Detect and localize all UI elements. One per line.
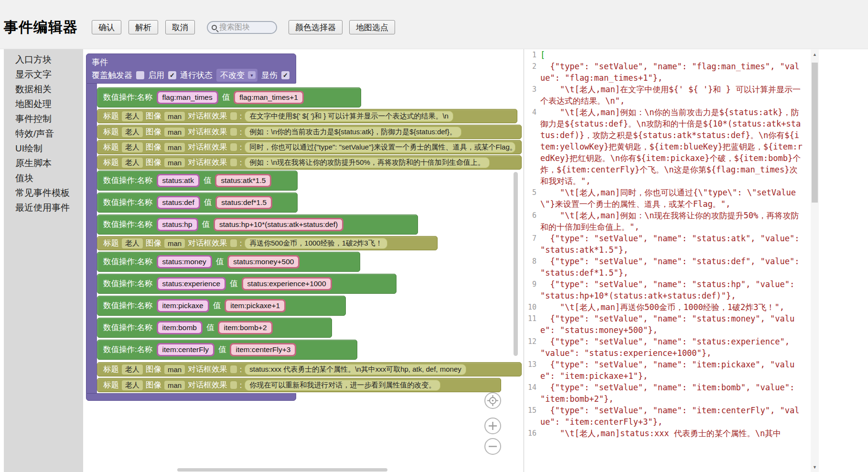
color-picker-button[interactable]: 颜色选择器 xyxy=(289,20,343,34)
event-block-spine[interactable] xyxy=(86,84,97,393)
name-field[interactable]: item:pickaxe xyxy=(157,299,209,312)
value-field[interactable]: status:def*1.5 xyxy=(215,196,272,209)
value-field[interactable]: item:centerFly+3 xyxy=(230,343,296,356)
sidebar-item-1[interactable]: 显示文字 xyxy=(4,67,83,82)
code-line-text[interactable]: [ xyxy=(540,49,811,61)
pass-state-dropdown[interactable]: 不改变 ▾ xyxy=(216,69,257,82)
speaker-field[interactable]: 老人 xyxy=(122,142,143,152)
image-field[interactable]: man xyxy=(164,239,185,248)
sidebar-item-10[interactable]: 最近使用事件 xyxy=(4,200,83,215)
code-line-text[interactable]: {"type": "setValue", "name": "status:exp… xyxy=(540,336,811,359)
block-set-value[interactable]: 数值操作:名称status:def值status:def*1.5 xyxy=(97,193,298,213)
speaker-field[interactable]: 老人 xyxy=(122,380,143,390)
workspace-horizontal-scrollbar[interactable] xyxy=(177,468,387,472)
block-show-text[interactable]: 标题老人图像man对话框效果:例如：\n现在我将让你的攻防提升50%，再将攻防和… xyxy=(97,155,522,170)
code-line-text[interactable]: {"type": "setValue", "name": "status:def… xyxy=(540,256,811,279)
sidebar-item-7[interactable]: 原生脚本 xyxy=(4,156,83,171)
event-block-footer[interactable] xyxy=(86,393,296,401)
dialog-effect-field[interactable] xyxy=(230,239,237,247)
sidebar-item-2[interactable]: 数据相关 xyxy=(4,82,83,97)
image-field[interactable]: man xyxy=(164,143,185,152)
code-line-text[interactable]: "\t[老人,man]在文字中使用${' ${ '}和 } 可以计算并显示一个表… xyxy=(540,84,811,107)
sidebar-item-0[interactable]: 入口方块 xyxy=(4,52,83,67)
sidebar-item-4[interactable]: 事件控制 xyxy=(4,111,83,126)
damage-checkbox[interactable]: ✓ xyxy=(281,71,289,79)
name-field[interactable]: status:money xyxy=(157,255,212,268)
name-field[interactable]: status:experience xyxy=(157,277,226,290)
block-set-value[interactable]: 数值操作:名称item:centerFly值item:centerFly+3 xyxy=(97,340,357,360)
sidebar-item-8[interactable]: 值块 xyxy=(4,171,83,185)
speaker-field[interactable]: 老人 xyxy=(122,238,143,248)
sidebar-item-9[interactable]: 常见事件模板 xyxy=(4,185,83,200)
speaker-field[interactable]: 老人 xyxy=(122,111,143,121)
dialog-effect-field[interactable] xyxy=(230,128,237,136)
name-field[interactable]: status:atk xyxy=(157,174,200,187)
text-field[interactable]: 在文字中使用${' ${ '}和 } 可以计算并显示一个表达式的结果。\n xyxy=(245,111,453,122)
workspace-vertical-scrollbar[interactable] xyxy=(514,172,518,356)
sidebar-item-6[interactable]: UI绘制 xyxy=(4,141,83,156)
text-field[interactable]: 再送你500金币，1000经验，1破2炸3飞！ xyxy=(245,238,387,249)
image-field[interactable]: man xyxy=(164,128,185,137)
block-set-value[interactable]: 数值操作:名称item:pickaxe值item:pickaxe+1 xyxy=(97,296,346,316)
code-line-text[interactable]: {"type": "setValue", "name": "flag:man_t… xyxy=(540,61,811,84)
image-field[interactable]: man xyxy=(164,158,185,167)
enable-checkbox[interactable]: ✓ xyxy=(168,71,176,79)
speaker-field[interactable]: 老人 xyxy=(122,365,143,375)
block-set-value[interactable]: 数值操作:名称status:money值status:money+500 xyxy=(97,252,360,272)
block-set-value[interactable]: 数值操作:名称flag:man_times值flag:man_times+1 xyxy=(97,87,361,107)
search-input[interactable] xyxy=(219,23,269,32)
code-line-text[interactable]: {"type": "setValue", "name": "item:picka… xyxy=(540,359,811,382)
value-field[interactable]: status:hp+10*(status:atk+status:def) xyxy=(214,218,343,231)
dialog-effect-field[interactable] xyxy=(230,365,237,373)
code-line-text[interactable]: {"type": "setValue", "name": "item:bomb"… xyxy=(540,382,811,405)
scroll-down-icon[interactable]: ▼ xyxy=(811,463,819,471)
map-point-button[interactable]: 地图选点 xyxy=(349,20,395,34)
scroll-up-icon[interactable]: ▲ xyxy=(811,51,819,58)
code-line-text[interactable]: "\t[老人,man]例如：\n现在我将让你的攻防提升50%，再将攻防和的十倍加… xyxy=(540,210,811,233)
name-field[interactable]: status:hp xyxy=(157,218,198,231)
code-editor[interactable]: 1[2 {"type": "setValue", "name": "flag:m… xyxy=(524,49,811,472)
zoom-out-icon[interactable] xyxy=(484,438,502,455)
value-field[interactable]: item:pickaxe+1 xyxy=(225,299,286,312)
block-set-value[interactable]: 数值操作:名称status:atk值status:atk*1.5 xyxy=(97,171,298,191)
speaker-field[interactable]: 老人 xyxy=(122,158,143,168)
speaker-field[interactable]: 老人 xyxy=(122,127,143,137)
dialog-effect-field[interactable] xyxy=(230,159,237,166)
block-show-text[interactable]: 标题老人图像man对话框效果:再送你500金币，1000经验，1破2炸3飞！ xyxy=(97,236,438,250)
override-trigger-checkbox[interactable] xyxy=(136,71,144,79)
image-field[interactable]: man xyxy=(164,365,185,374)
blockly-workspace[interactable]: 事件 覆盖触发器 启用 ✓ 通行状态 不改变 ▾ 显伤 ✓ 数值操作:名称fla… xyxy=(83,49,524,472)
dialog-effect-field[interactable] xyxy=(230,143,237,151)
text-field[interactable]: 例如：\n现在我将让你的攻防提升50%，再将攻防和的十倍加到生命值上。 xyxy=(245,157,490,168)
text-field[interactable]: 同时，你也可以通过{"type": "setValue"}来设置一个勇士的属性、… xyxy=(245,142,515,153)
name-field[interactable]: item:bomb xyxy=(157,321,203,334)
name-field[interactable]: flag:man_times xyxy=(157,91,218,104)
code-line-text[interactable]: {"type": "setValue", "name": "status:hp"… xyxy=(540,279,811,301)
name-field[interactable]: item:centerFly xyxy=(157,343,214,356)
block-show-text[interactable]: 标题老人图像man对话框效果:status:xxx 代表勇士的某个属性。\n其中… xyxy=(97,362,522,376)
code-line-text[interactable]: "\t[老人,man]status:xxx 代表勇士的某个属性。\n其中 xyxy=(540,428,811,439)
block-show-text[interactable]: 标题老人图像man对话框效果:在文字中使用${' ${ '}和 } 可以计算并显… xyxy=(97,109,517,123)
block-set-value[interactable]: 数值操作:名称item:bomb值item:bomb+2 xyxy=(97,318,332,338)
block-set-value[interactable]: 数值操作:名称status:hp值status:hp+10*(status:at… xyxy=(97,215,418,235)
zoom-in-icon[interactable] xyxy=(484,417,502,435)
parse-button[interactable]: 解析 xyxy=(129,20,158,34)
value-field[interactable]: flag:man_times+1 xyxy=(234,91,304,104)
name-field[interactable]: status:def xyxy=(157,196,200,209)
value-field[interactable]: item:bomb+2 xyxy=(218,321,272,334)
block-search-box[interactable] xyxy=(207,21,277,34)
dialog-effect-field[interactable] xyxy=(230,381,237,389)
code-line-text[interactable]: {"type": "setValue", "name": "status:mon… xyxy=(540,313,811,336)
code-line-text[interactable]: "\t[老人,man]例如：\n你的当前攻击力是${status:atk}，防御… xyxy=(540,107,811,187)
text-field[interactable]: status:xxx 代表勇士的某个属性。\n其中xxx可取hp, atk, d… xyxy=(245,364,466,375)
value-field[interactable]: status:money+500 xyxy=(227,255,300,268)
value-field[interactable]: status:atk*1.5 xyxy=(215,174,271,187)
image-field[interactable]: man xyxy=(164,381,185,390)
text-field[interactable]: 例如：\n你的当前攻击力是${status:atk}，防御力是${status:… xyxy=(245,127,461,138)
sidebar-item-3[interactable]: 地图处理 xyxy=(4,97,83,111)
block-show-text[interactable]: 标题老人图像man对话框效果:同时，你也可以通过{"type": "setVal… xyxy=(97,140,522,154)
code-line-text[interactable]: "\t[老人,man]再送你500金币，1000经验，1破2炸3飞！", xyxy=(540,301,811,313)
block-set-value[interactable]: 数值操作:名称status:experience值status:experien… xyxy=(97,274,396,294)
code-line-text[interactable]: {"type": "setValue", "name": "item:cente… xyxy=(540,405,811,428)
block-show-text[interactable]: 标题老人图像man对话框效果:例如：\n你的当前攻击力是${status:atk… xyxy=(97,125,522,139)
